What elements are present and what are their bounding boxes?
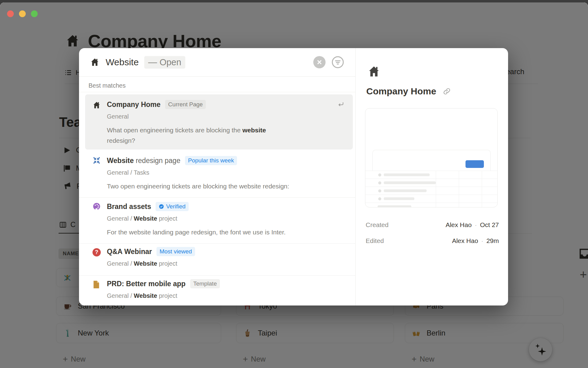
result-qa-webinar[interactable]: ? Q&A Webinar Most viewed General / Webs… (79, 244, 355, 276)
filter-icon (331, 56, 344, 69)
home-icon (92, 101, 101, 109)
minimize-window-button[interactable] (19, 10, 26, 17)
close-icon (316, 59, 322, 65)
edited-time: 29m (486, 237, 499, 245)
created-date: Oct 27 (480, 221, 499, 229)
result-path: General / Website project (107, 215, 348, 222)
dot-separator: · (475, 221, 477, 229)
preview-blue-button (466, 160, 484, 168)
enter-key-icon (337, 101, 345, 108)
template-badge: Template (190, 279, 220, 288)
verified-label: Verified (166, 203, 185, 210)
palette-icon (92, 202, 101, 211)
results-section-label: Best matches (79, 77, 355, 92)
preview-table-skeleton (365, 171, 497, 207)
path-pre: General / (107, 292, 134, 299)
created-meta-row: Created Alex Hao · Oct 27 (366, 221, 499, 229)
path-post: project (157, 292, 177, 299)
result-brand-assets[interactable]: Brand assets Verified General / Website … (79, 198, 355, 244)
title-rest: redesign page (134, 157, 180, 165)
result-prd-better-mobile-app[interactable]: PRD: Better mobile app Template General … (79, 276, 355, 304)
search-input[interactable]: Website — Open (79, 48, 355, 77)
dot-separator: · (481, 237, 483, 245)
path-match: Website (134, 292, 157, 299)
path-match: Website (134, 215, 157, 222)
home-icon (368, 65, 380, 78)
copy-link-icon[interactable] (443, 87, 451, 95)
results-list: Company Home Current Page General What o… (79, 92, 355, 305)
result-title: Q&A Webinar (107, 248, 152, 256)
preview-page-title: Company Home (366, 86, 436, 97)
path-pre: General / (107, 215, 134, 222)
path-match: Website (134, 260, 157, 267)
result-title: Website redesign page (107, 157, 180, 165)
created-label: Created (366, 221, 389, 229)
snippet-highlight: website (242, 127, 266, 134)
path-pre: General / (107, 260, 134, 267)
snippet-text: What open engineering tickets are blocki… (107, 127, 242, 134)
result-company-home[interactable]: Company Home Current Page General What o… (85, 94, 353, 150)
close-window-button[interactable] (7, 10, 14, 17)
app-window: Company Home Home Search Teamspaces C M … (0, 2, 588, 368)
result-path: General / Tasks (107, 169, 348, 176)
skeleton-row (365, 171, 497, 179)
skeleton-row (365, 203, 497, 207)
question-mark-icon: ? (92, 248, 101, 256)
verified-badge: Verified (156, 202, 188, 211)
search-modal: Website — Open Best matches (79, 48, 508, 305)
filter-button[interactable] (331, 56, 344, 69)
popular-badge: Popular this week (185, 156, 237, 165)
edited-meta-row: Edited Alex Hao · 29m (366, 237, 499, 245)
result-title: PRD: Better mobile app (107, 280, 186, 288)
result-snippet: What open engineering tickets are blocki… (107, 125, 321, 146)
document-icon (92, 280, 101, 289)
snippet-text-line2: redesign? (107, 135, 321, 146)
home-icon (90, 58, 100, 67)
clear-search-button[interactable] (313, 56, 326, 68)
edited-person: Alex Hao (452, 237, 478, 245)
edited-label: Edited (366, 237, 384, 245)
search-results-panel: Website — Open Best matches (79, 48, 356, 305)
path-post: project (157, 215, 177, 222)
page-preview-thumbnail (365, 108, 498, 207)
collapse-arrows-icon (92, 156, 101, 165)
title-match: Website (107, 157, 134, 165)
edited-value: Alex Hao · 29m (452, 237, 499, 245)
preview-header-block (372, 150, 491, 171)
result-snippet: For the website landing page redesign, t… (107, 227, 321, 237)
verified-seal-icon (159, 204, 164, 209)
created-person: Alex Hao (446, 221, 472, 229)
page-preview-panel: Company Home (356, 48, 508, 305)
result-snippet: Two open engineering tickets are blockin… (107, 181, 321, 192)
path-post: project (157, 260, 177, 267)
result-website-redesign-page[interactable]: Website redesign page Popular this week … (79, 152, 355, 198)
skeleton-row (365, 187, 497, 195)
window-controls (7, 10, 38, 17)
most-viewed-badge: Most viewed (156, 247, 195, 256)
skeleton-row (365, 179, 497, 187)
result-title: Brand assets (107, 203, 151, 211)
zoom-window-button[interactable] (31, 10, 38, 17)
current-page-badge: Current Page (165, 100, 206, 109)
search-query-text: Website (106, 57, 139, 67)
skeleton-row (365, 195, 497, 203)
created-value: Alex Hao · Oct 27 (446, 221, 499, 229)
result-path: General / Website project (107, 260, 348, 267)
result-title: Company Home (107, 101, 160, 109)
search-mode-chip[interactable]: — Open (144, 56, 185, 69)
result-path: General / Website project (107, 292, 348, 299)
result-path: General (107, 113, 345, 120)
